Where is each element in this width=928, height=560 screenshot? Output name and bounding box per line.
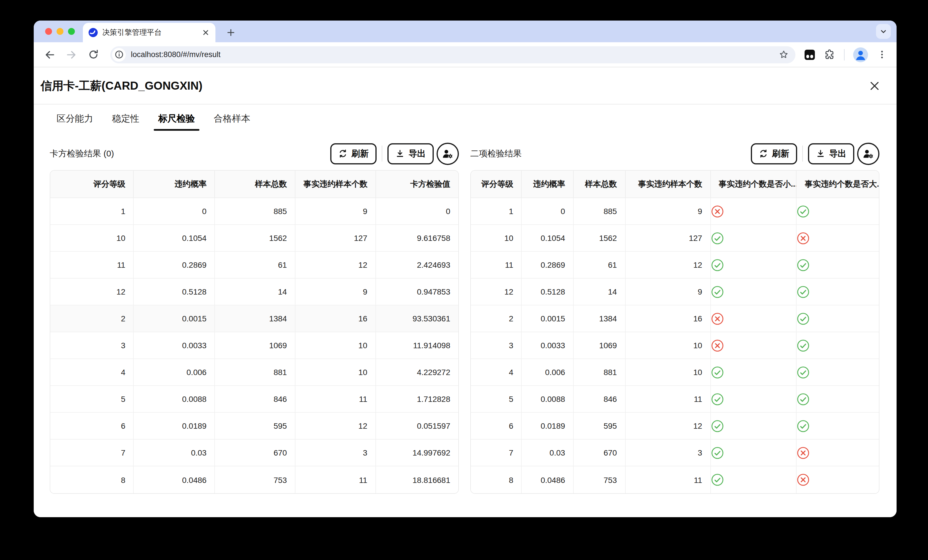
cell-is-less-result	[711, 359, 797, 386]
table-row[interactable]: 40.006881104.229272	[50, 359, 458, 386]
table-row[interactable]: 80.048675311	[471, 466, 879, 493]
toolbar-divider	[844, 49, 844, 60]
close-window-button[interactable]	[45, 28, 52, 35]
cell-chi-square-value: 2.424693	[376, 252, 459, 278]
bookmark-star-icon[interactable]	[777, 48, 790, 61]
table-row[interactable]: 70.036703	[471, 440, 879, 466]
table-row[interactable]: 40.00688110	[471, 359, 879, 386]
col-grade: 评分等级	[471, 171, 522, 198]
col-default-probability: 违约概率	[134, 171, 215, 198]
table-row[interactable]: 110.286961122.424693	[50, 252, 458, 278]
cell-default-probability: 0.0015	[522, 305, 574, 332]
site-info-icon[interactable]	[112, 48, 126, 61]
result-panels: 卡方检验结果 (0) 刷新 导出	[34, 131, 897, 517]
cell-grade: 4	[50, 359, 134, 386]
cell-is-less-result	[711, 466, 797, 493]
favicon-blue-swirl-icon	[89, 28, 98, 37]
reload-icon[interactable]	[85, 47, 101, 62]
url-bar[interactable]: localhost:8080/#/mv/result	[110, 46, 795, 63]
cell-sample-total: 881	[574, 359, 626, 386]
cell-actual-default-count: 12	[295, 413, 376, 440]
refresh-button-label: 刷新	[772, 148, 789, 159]
download-icon	[395, 149, 404, 158]
table-row[interactable]: 20.0015138416	[471, 305, 879, 332]
cell-actual-default-count: 16	[295, 305, 376, 332]
cell-actual-default-count: 12	[295, 252, 376, 278]
cell-actual-default-count: 10	[626, 359, 711, 386]
tab-qualified-sample[interactable]: 合格样本	[208, 107, 256, 131]
tab-stability[interactable]: 稳定性	[106, 107, 145, 131]
cell-actual-default-count: 9	[626, 278, 711, 305]
cell-sample-total: 1384	[574, 305, 626, 332]
tab-discrimination[interactable]: 区分能力	[51, 107, 99, 131]
table-row[interactable]: 70.03670314.997692	[50, 440, 458, 466]
table-row[interactable]: 1088590	[50, 198, 458, 225]
new-tab-button[interactable]	[223, 25, 238, 40]
profile-avatar[interactable]	[853, 47, 868, 62]
refresh-button[interactable]: 刷新	[330, 143, 377, 164]
forward-icon[interactable]	[63, 47, 79, 62]
cell-default-probability: 0.0486	[522, 466, 574, 493]
back-icon[interactable]	[42, 47, 58, 62]
export-button[interactable]: 导出	[808, 143, 854, 164]
modal-close-icon[interactable]	[867, 78, 882, 93]
export-button[interactable]: 导出	[388, 143, 434, 164]
table-row[interactable]: 30.003310691011.914098	[50, 332, 458, 359]
tab-close-icon[interactable]	[201, 27, 211, 38]
col-is-greater-than: 事实违约个数是否大...	[797, 171, 879, 198]
cell-is-greater-result	[797, 252, 879, 278]
export-button-label: 导出	[829, 148, 846, 159]
table-row[interactable]: 50.008884611	[471, 386, 879, 413]
zoom-window-button[interactable]	[68, 28, 75, 35]
extension-black-icon[interactable]	[804, 49, 815, 60]
tab-search-chevron-icon[interactable]	[876, 24, 891, 39]
cell-is-greater-result	[797, 278, 879, 305]
refresh-button-label: 刷新	[351, 148, 369, 159]
cell-is-less-result	[711, 278, 797, 305]
cell-sample-total: 595	[215, 413, 295, 440]
column-settings-button[interactable]	[857, 142, 879, 165]
tab-scale-test[interactable]: 标尺检验	[153, 107, 201, 131]
col-chi-square-value: 卡方检验值	[376, 171, 459, 198]
minimize-window-button[interactable]	[56, 28, 63, 35]
cell-default-probability: 0	[134, 198, 215, 225]
cell-is-less-result	[711, 386, 797, 413]
table-row[interactable]: 120.5128149	[471, 278, 879, 305]
table-row[interactable]: 50.0088846111.712828	[50, 386, 458, 413]
url-text: localhost:8080/#/mv/result	[131, 50, 777, 59]
table-row[interactable]: 60.0189595120.051597	[50, 413, 458, 440]
table-row[interactable]: 120.51281490.947853	[50, 278, 458, 305]
cell-default-probability: 0.006	[134, 359, 215, 386]
check-circle-icon	[711, 393, 796, 406]
table-row[interactable]: 108859	[471, 198, 879, 225]
cell-sample-total: 14	[574, 278, 626, 305]
cell-default-probability: 0	[522, 198, 574, 225]
cell-sample-total: 61	[574, 252, 626, 278]
person-gear-icon	[442, 148, 454, 160]
table-row[interactable]: 110.28696112	[471, 252, 879, 278]
column-settings-button[interactable]	[437, 142, 459, 165]
refresh-button[interactable]: 刷新	[751, 143, 797, 164]
cell-is-greater-result	[797, 198, 879, 225]
button-divider	[802, 146, 803, 161]
table-row[interactable]: 60.018959512	[471, 413, 879, 440]
browser-tab[interactable]: 决策引擎管理平台	[83, 23, 215, 42]
cell-default-probability: 0.5128	[522, 278, 574, 305]
col-actual-default-count: 事实违约样本个数	[626, 171, 711, 198]
cell-default-probability: 0.0033	[134, 332, 215, 359]
cell-grade: 7	[471, 440, 522, 466]
extensions-puzzle-icon[interactable]	[823, 49, 835, 61]
table-row[interactable]: 80.04867531118.816681	[50, 466, 458, 493]
table-row[interactable]: 30.0033106910	[471, 332, 879, 359]
cell-default-probability: 0.0189	[134, 413, 215, 440]
menu-kebab-icon[interactable]	[876, 49, 887, 60]
table-row[interactable]: 20.001513841693.530361	[50, 305, 458, 332]
col-sample-total: 样本总数	[215, 171, 295, 198]
check-circle-icon	[797, 366, 879, 379]
binomial-table: 评分等级 违约概率 样本总数 事实违约样本个数 事实违约个数是否小... 事实违…	[470, 170, 879, 494]
tab-title: 决策引擎管理平台	[102, 27, 196, 38]
check-circle-icon	[711, 258, 796, 271]
x-circle-icon	[711, 339, 796, 352]
table-row[interactable]: 100.10541562127	[471, 225, 879, 252]
table-row[interactable]: 100.105415621279.616758	[50, 225, 458, 252]
